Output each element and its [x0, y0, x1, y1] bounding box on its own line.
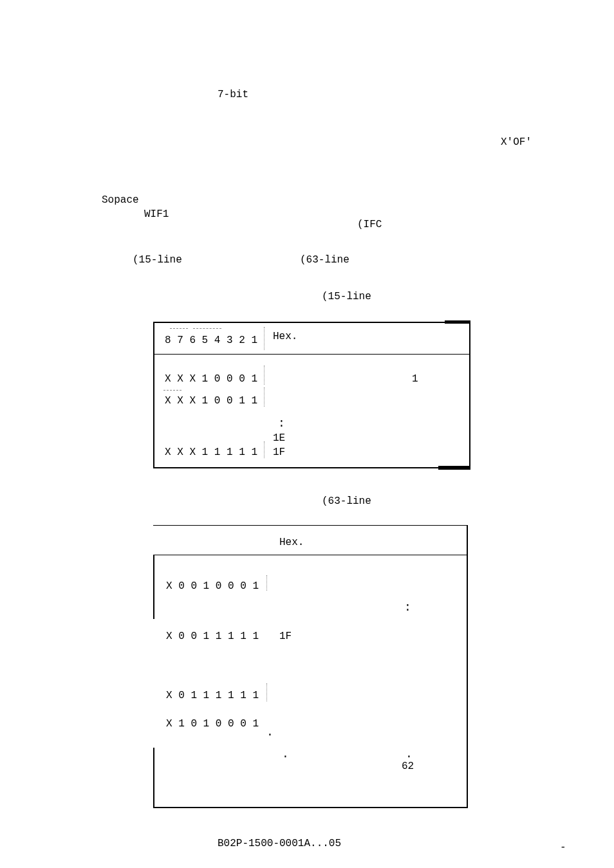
decorative-dot: . [266, 726, 274, 739]
table15-header-hex: Hex. [273, 331, 297, 342]
table-row: X 0 1 1 1 1 1 1 [166, 690, 259, 701]
decorative-dot: . [405, 748, 413, 761]
table-row: X X X 1 0 0 0 1 [165, 373, 257, 385]
table15-row3-hex: 1F [273, 447, 285, 458]
table63-row1-hex: 1F [279, 631, 292, 642]
table63-right-val: 62 [402, 761, 414, 772]
vertical-ellipsis: : [404, 601, 411, 614]
label-15line-b: (15-line [322, 291, 371, 302]
table-row: 1E [273, 432, 285, 444]
page-footer: B02P-1500-0001A...05 [218, 838, 341, 849]
label-63line-b: (63-line [322, 495, 371, 507]
table-15line: 8 7 6 5 4 3 2 1 Hex. X X X 1 0 0 0 1 1 X… [153, 322, 470, 468]
table-row: X 1 0 1 0 0 0 1 [166, 718, 259, 730]
table63-header-hex: Hex. [279, 537, 304, 548]
table-row: X X X 1 1 1 1 1 [165, 447, 257, 458]
vertical-ellipsis: : [278, 417, 285, 430]
table-row: X 0 0 1 1 1 1 1 [166, 631, 259, 642]
page-dash: - [560, 842, 566, 853]
table15-header-bits: 8 7 6 5 4 3 2 1 [165, 335, 257, 346]
label-x0f: X'OF' [501, 136, 532, 148]
label-7bit: 7-bit [218, 89, 248, 100]
label-ifc: (IFC [357, 219, 382, 230]
label-63line-a: (63-line [300, 254, 349, 266]
label-sopace: Sopace [102, 194, 139, 206]
table-row: X X X 1 0 0 1 1 [165, 395, 257, 407]
decorative-dot: . [282, 748, 289, 761]
table15-row0-right: 1 [412, 373, 418, 385]
label-15line-a: (15-line [133, 254, 182, 266]
label-wif1: WIF1 [144, 208, 169, 220]
table-row: X 0 0 1 0 0 0 1 [166, 580, 259, 592]
table-63line: Hex. X 0 0 1 0 0 0 1 : X 0 0 1 1 1 1 1 1… [153, 525, 468, 868]
